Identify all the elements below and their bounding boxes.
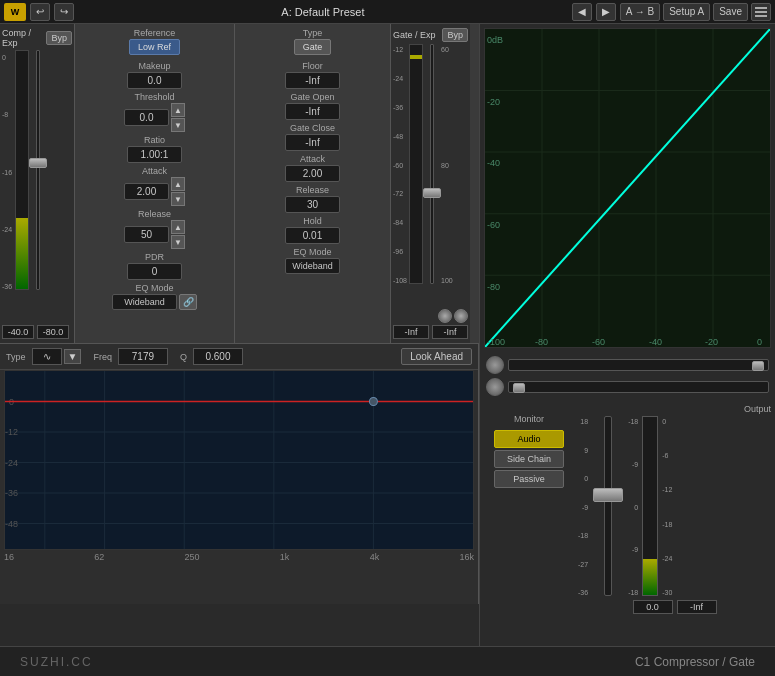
gain-h-slider[interactable] — [508, 381, 769, 393]
eq-mode-value[interactable]: Wideband — [112, 294, 177, 310]
eq-link-btn[interactable]: 🔗 — [179, 294, 197, 310]
scale-18: 18 — [578, 418, 588, 425]
threshold-block: Threshold 0.0 ▲ ▼ — [81, 92, 228, 132]
preset-name: A: Default Preset — [78, 6, 568, 18]
gate-attack-label: Attack — [300, 154, 325, 164]
gate-close-label: Gate Close — [290, 123, 335, 133]
rscale-n12: -12 — [662, 486, 672, 493]
floor-block: Floor -Inf — [241, 61, 384, 89]
scale-0: 0 — [578, 475, 588, 482]
right-panel: -100 -80 -60 -40 -20 0 0dB -20 -40 -60 -… — [480, 24, 775, 646]
undo-btn[interactable]: ↩ — [30, 3, 50, 21]
floor-value[interactable]: -Inf — [285, 72, 340, 89]
gate-meter-value: -Inf — [393, 325, 429, 339]
setup-btn[interactable]: Setup A — [663, 3, 710, 21]
output-fader-thumb[interactable] — [593, 488, 623, 502]
monitor-sidechain-btn[interactable]: Side Chain — [494, 450, 564, 468]
preset-fwd-btn[interactable]: ▶ — [596, 3, 616, 21]
comp-fader[interactable] — [31, 50, 45, 290]
comp-attack-up-btn[interactable]: ▲ — [171, 177, 185, 191]
reference-label: Reference — [134, 28, 176, 38]
comp-release-down-btn[interactable]: ▼ — [171, 235, 185, 249]
output-meter-value: -Inf — [677, 600, 717, 614]
eq-type-label: Type — [6, 352, 26, 362]
output-fader[interactable] — [592, 416, 624, 596]
pdr-value[interactable]: 0 — [127, 263, 182, 280]
eq-mode-label: EQ Mode — [135, 283, 173, 293]
threshold-down-btn[interactable]: ▼ — [171, 118, 185, 132]
comp-fader-thumb[interactable] — [29, 158, 47, 168]
output-mid-scale: -18 -9 0 -9 -18 — [628, 416, 638, 596]
comp-release-label: Release — [138, 209, 171, 219]
gate-close-value[interactable]: -Inf — [285, 134, 340, 151]
comp-release-up-btn[interactable]: ▲ — [171, 220, 185, 234]
eq-q-value[interactable]: 0.600 — [193, 348, 243, 365]
range-knob2[interactable] — [454, 309, 468, 323]
preset-back-btn[interactable]: ◀ — [572, 3, 592, 21]
ratio-value[interactable]: 1.00:1 — [127, 146, 182, 163]
eq-q-label: Q — [180, 352, 187, 362]
reference-btn[interactable]: Low Ref — [129, 39, 180, 55]
mid-scale-9: -9 — [628, 461, 638, 468]
output-values-row: 0.0 -Inf — [578, 600, 771, 614]
comp-attack-down-btn[interactable]: ▼ — [171, 192, 185, 206]
makeup-value[interactable]: 0.0 — [127, 72, 182, 89]
gain-knob[interactable] — [486, 378, 504, 396]
gate-release-label: Release — [296, 185, 329, 195]
save-btn[interactable]: Save — [713, 3, 748, 21]
gate-attack-value[interactable]: 2.00 — [285, 165, 340, 182]
eq-section: Type ∿ ▼ Freq 7179 Q 0.600 Look Ahead — [0, 344, 479, 604]
output-meters-row: 18 9 0 -9 -18 -27 -36 -1 — [578, 416, 771, 596]
menu-line3 — [755, 15, 767, 17]
eq-freq-62: 62 — [94, 552, 104, 562]
eq-type-down-btn[interactable]: ▼ — [64, 349, 82, 364]
gate-scale-12: -12 — [393, 46, 407, 53]
eq-freq-250: 250 — [185, 552, 200, 562]
mid-scale-18: -18 — [628, 418, 638, 425]
threshold-value[interactable]: 0.0 — [124, 109, 169, 126]
gate-eq-mode-value[interactable]: Wideband — [285, 258, 340, 274]
gate-type-btn[interactable]: Gate — [294, 39, 332, 55]
gain-slider-row — [486, 378, 769, 396]
gate-scale-108: -108 — [393, 277, 407, 284]
gain-slider-thumb[interactable] — [513, 383, 525, 393]
comp-byp-btn[interactable]: Byp — [46, 31, 72, 45]
gate-fader-track — [430, 44, 434, 284]
monitor-passive-btn[interactable]: Passive — [494, 470, 564, 488]
lookahead-btn[interactable]: Look Ahead — [401, 348, 472, 365]
gate-scale-96: -96 — [393, 248, 407, 255]
svg-text:-20: -20 — [705, 337, 718, 347]
graph-knob[interactable] — [486, 356, 504, 374]
eq-type-value[interactable]: ∿ — [32, 348, 62, 365]
redo-btn[interactable]: ↪ — [54, 3, 74, 21]
threshold-h-slider[interactable] — [508, 359, 769, 371]
threshold-slider-thumb[interactable] — [752, 361, 764, 371]
transfer-graph-svg: -100 -80 -60 -40 -20 0 0dB -20 -40 -60 -… — [485, 29, 770, 347]
svg-text:-24: -24 — [5, 458, 18, 468]
scale-36: -36 — [2, 283, 12, 290]
gate-byp-btn[interactable]: Byp — [442, 28, 468, 42]
threshold-up-btn[interactable]: ▲ — [171, 103, 185, 117]
gate-fader[interactable] — [425, 44, 439, 284]
menu-btn[interactable] — [751, 3, 771, 21]
svg-text:0: 0 — [757, 337, 762, 347]
gate-fader-value: -Inf — [432, 325, 468, 339]
comp-meter-value: -40.0 — [2, 325, 34, 339]
gate-open-value[interactable]: -Inf — [285, 103, 340, 120]
gate-release-value[interactable]: 30 — [285, 196, 340, 213]
monitor-audio-btn[interactable]: Audio — [494, 430, 564, 448]
output-fader-track — [604, 416, 612, 596]
waves-logo: W — [4, 3, 26, 21]
ratio-label: Ratio — [144, 135, 165, 145]
gate-open-block: Gate Open -Inf — [241, 92, 384, 120]
comp-attack-value[interactable]: 2.00 — [124, 183, 169, 200]
gate-meter — [409, 44, 423, 284]
range-knob[interactable] — [438, 309, 452, 323]
comp-release-value[interactable]: 50 — [124, 226, 169, 243]
gate-controls: Type Gate Floor -Inf Gate Open -Inf Gate… — [235, 24, 390, 343]
hold-value[interactable]: 0.01 — [285, 227, 340, 244]
scale-n9: -9 — [578, 504, 588, 511]
eq-freq-value[interactable]: 7179 — [118, 348, 168, 365]
ab-btn[interactable]: A → B — [620, 3, 660, 21]
gate-fader-thumb[interactable] — [423, 188, 441, 198]
